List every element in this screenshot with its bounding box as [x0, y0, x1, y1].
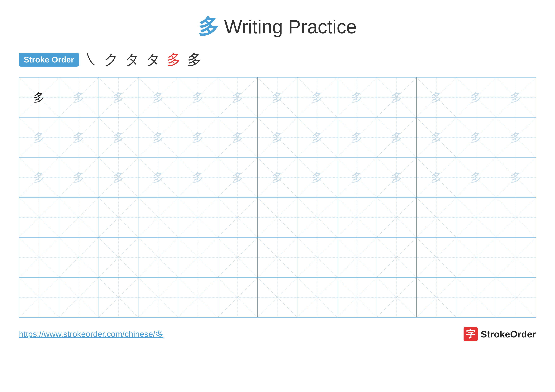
title-chinese-char: 多 [198, 15, 219, 38]
grid-cell-r5-c8[interactable] [297, 237, 337, 277]
grid-cell-r6-c3[interactable] [99, 278, 139, 317]
grid-cell-r1-c9[interactable]: 多 [337, 78, 377, 117]
grid-cell-r5-c13[interactable] [496, 237, 536, 277]
grid-cell-r6-c4[interactable] [139, 278, 178, 317]
grid-cell-r3-c4[interactable]: 多 [139, 157, 178, 197]
page-title: 多 Writing Practice [13, 13, 542, 41]
grid-cell-r4-c9[interactable] [337, 198, 377, 237]
grid-cell-r3-c6[interactable]: 多 [218, 157, 258, 197]
grid-row-3: 多 多 多 多 多 多 多 多 多 多 多 多 多 [19, 157, 536, 198]
grid-row-4 [19, 198, 536, 237]
stroke-order-row: Stroke Order ㇏ ク タ タ 多 多 [19, 50, 542, 69]
grid-cell-r5-c11[interactable] [416, 237, 456, 277]
grid-cell-r6-c9[interactable] [337, 278, 377, 317]
title-english: Writing Practice [219, 16, 357, 37]
grid-cell-r2-c4[interactable]: 多 [139, 117, 178, 157]
footer: https://www.strokeorder.com/chinese/多 字 … [13, 327, 542, 341]
stroke-2: ク [104, 50, 119, 69]
grid-cell-r5-c5[interactable] [178, 237, 218, 277]
grid-cell-r3-c12[interactable]: 多 [456, 157, 496, 197]
stroke-5-highlight: 多 [167, 50, 181, 69]
practice-grid: 多 多 多 多 多 多 多 多 多 多 多 多 多 多 多 多 多 多 多 多 … [19, 77, 536, 318]
grid-cell-r3-c13[interactable]: 多 [496, 157, 536, 197]
logo-icon: 字 [464, 327, 478, 341]
grid-cell-r2-c6[interactable]: 多 [218, 117, 258, 157]
grid-cell-r2-c7[interactable]: 多 [258, 117, 297, 157]
grid-cell-r3-c5[interactable]: 多 [178, 157, 218, 197]
stroke-3: タ [125, 50, 139, 69]
grid-cell-r4-c11[interactable] [416, 198, 456, 237]
stroke-sequence: ㇏ ク タ タ 多 多 [84, 50, 202, 69]
grid-cell-r6-c12[interactable] [456, 278, 496, 317]
grid-cell-r1-c3[interactable]: 多 [99, 78, 139, 117]
grid-cell-r3-c10[interactable]: 多 [377, 157, 416, 197]
grid-cell-r2-c3[interactable]: 多 [99, 117, 139, 157]
stroke-1: ㇏ [84, 50, 98, 69]
grid-cell-r2-c1[interactable]: 多 [19, 117, 59, 157]
grid-cell-r1-c12[interactable]: 多 [456, 78, 496, 117]
grid-cell-r5-c2[interactable] [59, 237, 99, 277]
grid-cell-r5-c7[interactable] [258, 237, 297, 277]
grid-cell-r6-c2[interactable] [59, 278, 99, 317]
grid-cell-r3-c11[interactable]: 多 [416, 157, 456, 197]
grid-cell-r1-c4[interactable]: 多 [139, 78, 178, 117]
grid-cell-r4-c3[interactable] [99, 198, 139, 237]
grid-cell-r4-c1[interactable] [19, 198, 59, 237]
grid-cell-r4-c6[interactable] [218, 198, 258, 237]
grid-cell-r3-c1[interactable]: 多 [19, 157, 59, 197]
grid-cell-r1-c6[interactable]: 多 [218, 78, 258, 117]
grid-cell-r3-c8[interactable]: 多 [297, 157, 337, 197]
logo-text: StrokeOrder [481, 329, 536, 340]
stroke-4: タ [146, 50, 161, 69]
grid-cell-r1-c11[interactable]: 多 [416, 78, 456, 117]
grid-cell-r5-c10[interactable] [377, 237, 416, 277]
grid-cell-r4-c12[interactable] [456, 198, 496, 237]
grid-row-1: 多 多 多 多 多 多 多 多 多 多 多 多 多 [19, 78, 536, 117]
grid-row-2: 多 多 多 多 多 多 多 多 多 多 多 多 多 [19, 117, 536, 157]
grid-cell-r2-c11[interactable]: 多 [416, 117, 456, 157]
footer-url[interactable]: https://www.strokeorder.com/chinese/多 [19, 328, 163, 340]
grid-cell-r2-c12[interactable]: 多 [456, 117, 496, 157]
grid-cell-r2-c13[interactable]: 多 [496, 117, 536, 157]
grid-cell-r1-c10[interactable]: 多 [377, 78, 416, 117]
grid-cell-r5-c4[interactable] [139, 237, 178, 277]
grid-cell-r2-c2[interactable]: 多 [59, 117, 99, 157]
grid-cell-r1-c8[interactable]: 多 [297, 78, 337, 117]
grid-cell-r4-c2[interactable] [59, 198, 99, 237]
grid-cell-r1-c13[interactable]: 多 [496, 78, 536, 117]
grid-cell-r6-c7[interactable] [258, 278, 297, 317]
grid-cell-r4-c8[interactable] [297, 198, 337, 237]
grid-cell-r4-c7[interactable] [258, 198, 297, 237]
grid-cell-r3-c9[interactable]: 多 [337, 157, 377, 197]
grid-cell-r6-c10[interactable] [377, 278, 416, 317]
grid-cell-r6-c8[interactable] [297, 278, 337, 317]
grid-cell-r6-c11[interactable] [416, 278, 456, 317]
grid-cell-r6-c5[interactable] [178, 278, 218, 317]
grid-cell-r6-c13[interactable] [496, 278, 536, 317]
grid-cell-r1-c1[interactable]: 多 [19, 78, 59, 117]
grid-cell-r2-c9[interactable]: 多 [337, 117, 377, 157]
grid-cell-r5-c6[interactable] [218, 237, 258, 277]
grid-cell-r5-c9[interactable] [337, 237, 377, 277]
grid-cell-r2-c5[interactable]: 多 [178, 117, 218, 157]
grid-cell-r6-c6[interactable] [218, 278, 258, 317]
grid-cell-r5-c3[interactable] [99, 237, 139, 277]
footer-logo: 字 StrokeOrder [464, 327, 536, 341]
grid-cell-r4-c5[interactable] [178, 198, 218, 237]
grid-cell-r5-c1[interactable] [19, 237, 59, 277]
grid-cell-r3-c3[interactable]: 多 [99, 157, 139, 197]
grid-cell-r1-c7[interactable]: 多 [258, 78, 297, 117]
grid-cell-r2-c8[interactable]: 多 [297, 117, 337, 157]
grid-cell-r1-c2[interactable]: 多 [59, 78, 99, 117]
stroke-6: 多 [187, 50, 202, 69]
grid-cell-r3-c2[interactable]: 多 [59, 157, 99, 197]
grid-cell-r4-c10[interactable] [377, 198, 416, 237]
stroke-order-badge: Stroke Order [19, 53, 79, 67]
grid-cell-r4-c4[interactable] [139, 198, 178, 237]
grid-cell-r5-c12[interactable] [456, 237, 496, 277]
grid-cell-r4-c13[interactable] [496, 198, 536, 237]
grid-cell-r6-c1[interactable] [19, 278, 59, 317]
grid-cell-r1-c5[interactable]: 多 [178, 78, 218, 117]
grid-cell-r2-c10[interactable]: 多 [377, 117, 416, 157]
grid-cell-r3-c7[interactable]: 多 [258, 157, 297, 197]
